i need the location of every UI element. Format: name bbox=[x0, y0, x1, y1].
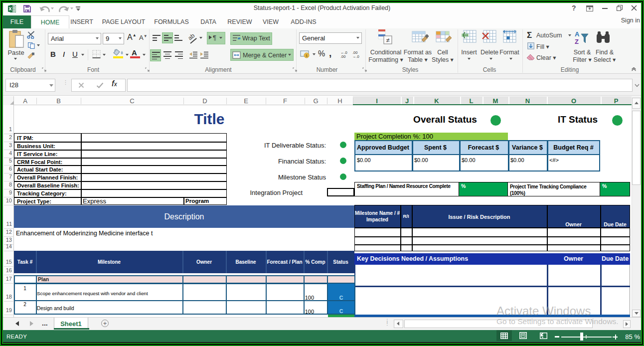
svg-text:Z: Z bbox=[575, 38, 579, 45]
svg-text:$: $ bbox=[306, 53, 308, 58]
svg-text:A: A bbox=[575, 30, 580, 38]
svg-text:.00: .00 bbox=[340, 54, 345, 58]
svg-text:→.0: →.0 bbox=[352, 54, 359, 58]
svg-text:≠: ≠ bbox=[386, 36, 389, 44]
